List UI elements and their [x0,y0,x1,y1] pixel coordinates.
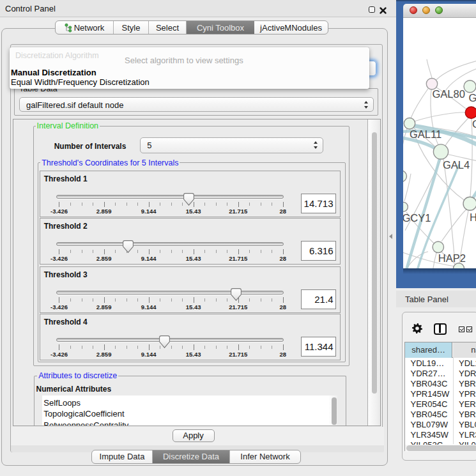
svg-text:GA: GA [469,91,476,103]
svg-text:HAP2: HAP2 [438,252,466,263]
svg-text:GAL11: GAL11 [410,128,441,139]
svg-text:C: C [472,118,476,129]
svg-text:GCY1: GCY1 [403,212,431,224]
svg-text:GAL80: GAL80 [433,88,465,100]
svg-text:H: H [470,211,476,223]
svg-text:GAL4: GAL4 [443,158,470,170]
